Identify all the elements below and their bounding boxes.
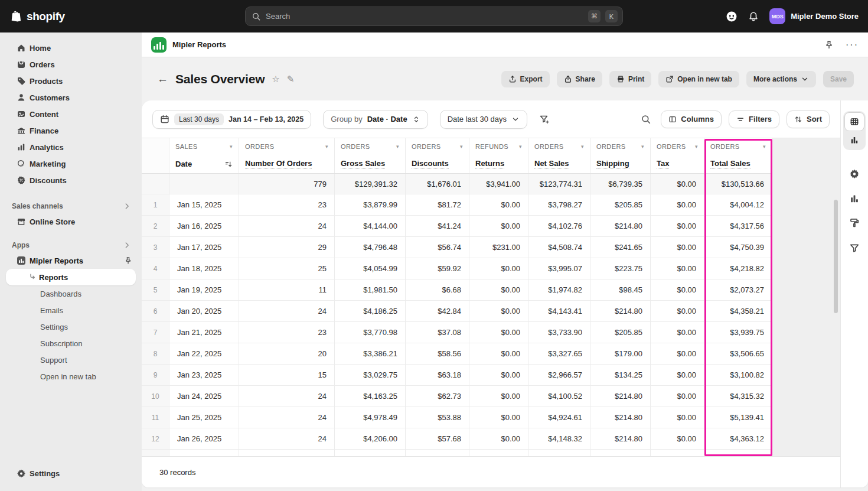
date-range-chip[interactable]: Last 30 days Jan 14 – Feb 13, 2025 [152,110,311,129]
sidebar-item-orders[interactable]: Orders [0,56,142,73]
search-icon [252,12,261,21]
pin-icon[interactable] [124,256,132,265]
sidebar-app-item-reports[interactable]: Reports [6,269,136,285]
add-filter-icon[interactable] [539,114,550,125]
sidebar-item-analytics[interactable]: Analytics [0,139,142,155]
sidebar-app-item-subscription[interactable]: Subscription [0,335,142,352]
column-group-shipping[interactable]: ORDERS▾ [590,138,651,155]
sidebar-app-item-emails[interactable]: Emails [0,302,142,318]
value-cell: 11 [239,279,335,300]
chart-settings-button[interactable] [849,193,860,204]
value-cell: $0.00 [651,322,704,343]
column-menu-icon[interactable]: ▾ [519,144,522,149]
range-text: Jan 14 – Feb 13, 2025 [229,115,304,123]
notifications-bell-icon[interactable] [748,11,759,22]
share-button[interactable]: Share [557,71,602,87]
sidebar-app-item-open-in-new-tab[interactable]: Open in new tab [0,368,142,385]
column-header-discounts[interactable]: Discounts [406,155,469,173]
column-group-label: ORDERS [596,143,625,150]
value-cell: $2,966.57 [528,365,590,385]
sidebar-item-label: Customers [30,93,70,102]
export-button[interactable]: Export [501,71,550,87]
style-button[interactable] [849,217,860,228]
sidebar-app-item-settings[interactable]: Settings [0,318,142,335]
back-arrow-icon[interactable]: ← [157,73,168,86]
sidebar-item-finance[interactable]: Finance [0,122,142,139]
table-search-icon[interactable] [641,114,651,125]
edit-pencil-icon[interactable]: ✎ [287,74,295,83]
column-group-tax[interactable]: ORDERS▾ [651,138,704,155]
sales-channels-header[interactable]: Sales channels [0,199,142,213]
open-in-new-tab-button[interactable]: Open in new tab [658,71,739,87]
column-header-number-of-orders[interactable]: Number Of Orders [239,155,335,173]
vertical-scrollbar[interactable] [834,200,838,313]
column-group-discounts[interactable]: ORDERS▾ [406,138,469,155]
column-header-total-sales[interactable]: Total Sales [704,155,772,173]
more-actions-button[interactable]: More actions [746,71,816,87]
filters-button[interactable]: Filters [729,110,779,128]
sidebar-item-settings[interactable]: Settings [0,465,142,482]
column-menu-icon[interactable]: ▾ [460,144,463,149]
store-menu[interactable]: MDS Mipler Demo Store [769,8,859,24]
column-header-shipping[interactable]: Shipping [590,155,651,173]
column-menu-icon[interactable]: ▾ [695,144,698,149]
sidebar-item-mipler-reports[interactable]: Mipler Reports [0,252,142,269]
group-by-prefix: Group by [331,115,362,123]
value-cell: $0.00 [651,237,704,258]
pin-app-icon[interactable] [824,40,834,50]
column-group-gross-sales[interactable]: ORDERS▾ [335,138,406,155]
sidekick-icon[interactable] [726,11,738,22]
value-cell: $0.00 [469,216,528,236]
sidebar-item-content[interactable]: Content [0,106,142,122]
print-button[interactable]: Print [609,71,651,87]
column-menu-icon[interactable]: ▾ [581,144,584,149]
column-group-net-sales[interactable]: ORDERS▾ [528,138,590,155]
column-group-date[interactable]: SALES▾ [169,138,239,155]
sidebar-item-discounts[interactable]: Discounts [0,172,142,188]
columns-button[interactable]: Columns [661,110,722,128]
date-cell: Jan 24, 2025 [169,386,239,407]
column-menu-icon[interactable]: ▾ [641,144,644,149]
date-filter-chip[interactable]: Date last 30 days [440,110,527,129]
shopify-logo[interactable]: shopify [11,10,65,23]
global-search[interactable]: Search ⌘ K [245,6,623,26]
group-by-chip[interactable]: Group by Date · Date [323,110,428,129]
page-title: Sales Overview [175,72,265,86]
column-menu-icon[interactable]: ▾ [325,144,328,149]
sidebar-item-home[interactable]: Home [0,40,142,56]
column-group-number-of-orders[interactable]: ORDERS▾ [239,138,335,155]
sidebar-item-customers[interactable]: Customers [0,89,142,106]
sidebar-app-item-support[interactable]: Support [0,352,142,368]
chart-view-button[interactable] [844,131,864,149]
column-menu-icon[interactable]: ▾ [396,144,399,149]
sort-button[interactable]: Sort [787,110,830,128]
column-header-net-sales[interactable]: Net Sales [528,155,590,173]
main-content: Mipler Reports ··· ← Sales Overview ☆ ✎ … [142,32,868,491]
table-view-button[interactable] [844,112,864,131]
sidebar-item-products[interactable]: Products [0,73,142,89]
value-cell: $0.00 [651,407,704,428]
column-group-total-sales[interactable]: ORDERS▾ [704,138,772,155]
report-settings-button[interactable] [849,168,860,179]
column-group-returns[interactable]: REFUNDS▾ [469,138,528,155]
sidebar-app-item-dashboards[interactable]: Dashboards [0,285,142,302]
search-placeholder: Search [266,12,583,21]
column-header-gross-sales[interactable]: Gross Sales [335,155,406,173]
topbar: shopify Search ⌘ K MDS Mipler Demo Store [0,0,868,32]
column-header-returns[interactable]: Returns [469,155,528,173]
value-cell: $214.80 [590,301,651,321]
column-menu-icon[interactable]: ▾ [230,144,233,149]
more-options-icon[interactable]: ··· [846,40,859,50]
sidebar-item-marketing[interactable]: Marketing [0,155,142,172]
filter-panel-button[interactable] [849,243,860,253]
external-link-icon [665,75,674,83]
sort-order-icon[interactable] [224,160,233,168]
favorite-star-icon[interactable]: ☆ [272,74,279,83]
save-button[interactable]: Save [823,71,854,87]
column-header-tax[interactable]: Tax [651,155,704,173]
value-cell: 24 [239,386,335,407]
column-header-date[interactable]: Date [169,155,239,173]
sidebar-item-online-store[interactable]: Online Store [0,213,142,230]
apps-header[interactable]: Apps [0,238,142,252]
column-menu-icon[interactable]: ▾ [763,144,766,149]
